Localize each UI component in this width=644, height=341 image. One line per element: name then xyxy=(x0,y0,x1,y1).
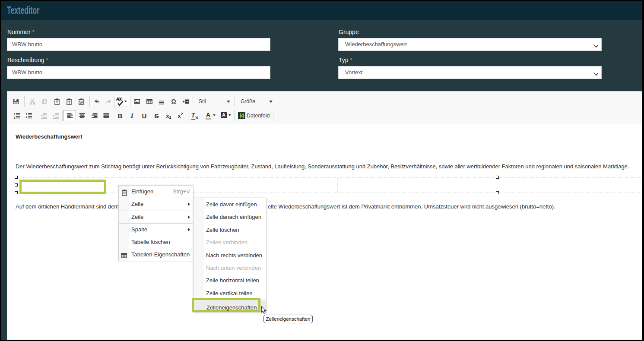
svg-text:Ω: Ω xyxy=(171,98,176,105)
svg-text:2: 2 xyxy=(14,116,16,119)
svg-text:W: W xyxy=(79,101,83,104)
svg-text:1: 1 xyxy=(14,113,16,116)
